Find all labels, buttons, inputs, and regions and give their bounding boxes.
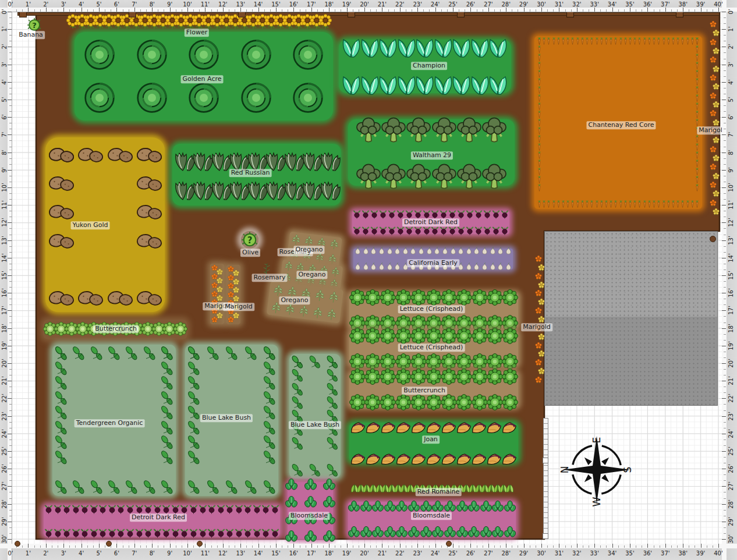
ruler-tick <box>470 544 471 548</box>
ruler-minor-tick <box>713 545 713 548</box>
plant-lettuce-icon <box>364 368 381 385</box>
plant-carrot-icon <box>536 135 543 143</box>
ruler-minor-tick <box>724 516 726 516</box>
ruler-tick <box>134 8 135 12</box>
ruler-tick <box>240 544 241 548</box>
plant-beet-icon <box>474 210 483 219</box>
ruler-minor-tick <box>288 545 288 548</box>
plant-beet-icon <box>405 226 414 235</box>
olive-plant-icon[interactable]: ? <box>241 231 258 249</box>
ruler-tick <box>630 544 630 548</box>
ruler-minor-tick <box>724 369 726 370</box>
ruler-minor-tick <box>642 9 642 12</box>
bed-marigold-mid-1[interactable] <box>210 264 224 324</box>
ruler-minor-tick <box>9 105 12 106</box>
plant-marigold-icon <box>711 207 721 217</box>
plant-bean-icon <box>158 449 176 466</box>
ruler-minor-tick <box>530 9 530 12</box>
ruler-tick <box>276 544 277 548</box>
plant-beet-icon <box>53 504 63 514</box>
plant-carrot-icon <box>536 119 543 126</box>
ruler-tick <box>722 416 726 417</box>
plant-lettuce-icon <box>426 289 442 306</box>
plant-lettuce-icon <box>364 394 381 410</box>
bed-blue-lake-bush-2[interactable] <box>289 354 341 479</box>
ruler-minor-tick <box>423 9 424 12</box>
plant-carrot-icon <box>693 176 701 183</box>
plant-spinach-icon <box>322 477 336 492</box>
plant-beet-icon <box>439 226 448 235</box>
plant-carrot-icon <box>536 70 543 77</box>
ruler-tick <box>559 8 559 12</box>
ruler-minor-tick <box>660 9 660 12</box>
svg-text:?: ? <box>247 235 253 246</box>
ruler-minor-tick <box>724 182 726 182</box>
bed-label-champion: Champion <box>411 62 447 70</box>
plant-herb-icon <box>325 307 339 321</box>
ruler-minor-tick <box>724 281 726 282</box>
bed-label-lettuce-crisphead-2: Lettuce (Crisphead) <box>398 343 465 352</box>
ruler-minor-tick <box>583 545 583 548</box>
plant-beet-icon <box>378 226 388 235</box>
ruler-minor-tick <box>713 9 713 12</box>
plant-beet-icon <box>491 210 501 219</box>
ruler-minor-tick <box>9 59 12 59</box>
plant-broccoli-icon <box>480 115 509 144</box>
ruler-tick <box>701 8 701 12</box>
selection-handle[interactable] <box>543 533 548 539</box>
bed-marigold-right[interactable] <box>708 20 721 217</box>
bed-marigold-mid-2[interactable] <box>226 265 240 324</box>
ruler-minor-tick <box>441 545 442 548</box>
plant-beet-icon <box>387 226 396 235</box>
plant-marigold-icon <box>534 272 543 281</box>
plant-bean-icon <box>70 479 87 496</box>
plant-marigold-icon <box>711 82 721 91</box>
ruler-tick <box>722 205 726 205</box>
bed-bloomsdale-small[interactable] <box>288 482 333 539</box>
plant-beet-icon <box>198 504 208 514</box>
ruler-minor-tick <box>636 545 636 548</box>
ruler-minor-tick <box>406 9 406 12</box>
banana-plant-icon[interactable]: ? <box>27 17 42 33</box>
selection-handle[interactable] <box>543 458 548 463</box>
ruler-minor-tick <box>9 199 12 200</box>
ruler-minor-tick <box>724 410 726 411</box>
plant-beet-icon <box>352 210 362 219</box>
ruler-minor-tick <box>724 41 726 41</box>
ruler-minor-tick <box>600 545 601 548</box>
ruler-minor-tick <box>724 70 726 71</box>
ruler-tick <box>8 434 12 434</box>
ruler-minor-tick <box>589 9 589 12</box>
compass-rose[interactable]: E S W N <box>558 431 635 508</box>
ruler-minor-tick <box>654 9 654 12</box>
ruler-minor-tick <box>724 211 726 211</box>
plant-bean-icon <box>52 449 70 466</box>
ruler-tick <box>524 8 525 12</box>
plant-lettuce-icon <box>349 328 366 344</box>
plant-bean-icon <box>141 345 158 362</box>
ruler-minor-tick <box>671 9 672 12</box>
plant-marigold-icon <box>708 180 718 190</box>
ruler-minor-tick <box>58 9 58 12</box>
ruler-minor-tick <box>500 545 501 548</box>
ruler-minor-tick <box>724 158 726 159</box>
building[interactable] <box>544 231 718 406</box>
compass-south-label: S <box>622 467 633 473</box>
ruler-minor-tick <box>724 147 726 147</box>
plant-beet-icon <box>396 226 405 235</box>
fence-object[interactable] <box>543 418 548 538</box>
compass-west-label: W <box>591 497 603 506</box>
ruler-minor-tick <box>52 9 52 12</box>
ruler-tick <box>99 544 100 548</box>
ruler-tick <box>293 544 294 548</box>
ruler-tick <box>258 544 259 548</box>
plant-carrot-icon <box>693 45 701 53</box>
ruler-tick <box>152 544 153 548</box>
plant-lettuce-icon <box>456 353 472 370</box>
ruler-minor-tick <box>9 304 12 305</box>
ruler-minor-tick <box>465 545 465 548</box>
plant-lettuce-icon <box>456 394 472 410</box>
ruler-minor-tick <box>105 9 105 12</box>
plant-beet-icon <box>216 528 226 538</box>
float-label: Rosemary <box>252 274 288 282</box>
